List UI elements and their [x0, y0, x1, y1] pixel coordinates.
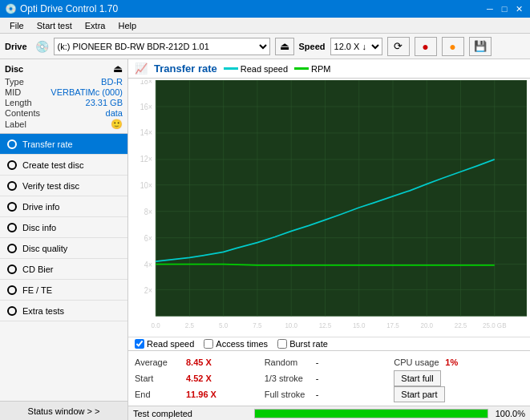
minimize-button[interactable]: ─	[483, 2, 496, 15]
stats-row-1: Average 8.45 X Random - CPU usage 1%	[135, 354, 524, 370]
nav-fe-te[interactable]: FE / TE	[0, 280, 127, 301]
stat-average: Average 8.45 X	[135, 357, 265, 367]
menubar: File Start test Extra Help	[0, 18, 530, 34]
svg-text:15.0: 15.0	[353, 321, 366, 329]
read-speed-checkbox[interactable]	[135, 339, 144, 349]
burst-rate-checkbox[interactable]	[277, 339, 287, 349]
cpu-val: 1%	[445, 357, 477, 367]
chart-header: 📈 Transfer rate Read speed RPM	[128, 59, 530, 79]
app-icon: 💿	[5, 3, 17, 14]
menu-start-test[interactable]: Start test	[30, 19, 79, 32]
menu-file[interactable]: File	[3, 19, 30, 32]
progress-bar-fill	[255, 410, 488, 418]
nav-disc-quality[interactable]: Disc quality	[0, 238, 127, 259]
titlebar: 💿 Opti Drive Control 1.70 ─ □ ✕	[0, 0, 530, 18]
refresh-button[interactable]: ⟳	[387, 37, 410, 56]
nav-verify-test-disc-label: Verify test disc	[22, 181, 79, 191]
close-button[interactable]: ✕	[512, 2, 525, 15]
label-icon: 🙂	[111, 119, 123, 130]
statusbar: Test completed 100.0%	[128, 406, 530, 420]
drive-info-icon	[6, 201, 18, 212]
svg-text:12.5: 12.5	[319, 321, 332, 329]
nav-disc-info-label: Disc info	[22, 223, 56, 232]
drive-icon: 💿	[35, 40, 49, 53]
random-val: -	[316, 357, 319, 367]
start-val: 4.52 X	[186, 374, 218, 383]
disc-quality-icon	[6, 243, 18, 254]
progress-bar-container	[254, 409, 488, 418]
titlebar-controls: ─ □ ✕	[483, 2, 525, 15]
svg-text:7.5: 7.5	[253, 321, 261, 329]
save-button[interactable]: 💾	[469, 37, 492, 56]
red-circle-button[interactable]: ●	[415, 37, 437, 56]
svg-text:10.0: 10.0	[285, 321, 297, 329]
start-full-button[interactable]: Start full	[394, 370, 440, 386]
nav-extra-tests[interactable]: Extra tests	[0, 301, 127, 321]
start-part-button[interactable]: Start part	[394, 386, 444, 402]
stats-row-2: Start 4.52 X 1/3 stroke - Start full	[135, 370, 524, 386]
stat-fullstroke: Full stroke -	[265, 390, 394, 399]
stat-random: Random -	[265, 357, 394, 367]
nav-drive-info-label: Drive info	[22, 202, 59, 212]
checkbox-burst-rate[interactable]: Burst rate	[277, 339, 328, 349]
svg-text:22.5: 22.5	[455, 321, 467, 329]
extra-tests-icon	[6, 305, 18, 317]
sidebar: Disc ⏏ Type BD-R MID VERBATIMc (000) Len…	[0, 59, 128, 420]
status-window-button[interactable]: Status window > >	[0, 401, 127, 420]
progress-percent: 100.0%	[493, 409, 525, 418]
orange-circle-button[interactable]: ●	[442, 37, 464, 56]
type-key: Type	[5, 77, 24, 87]
start-key: Start	[135, 374, 183, 383]
svg-text:6×: 6×	[144, 234, 153, 244]
type-val: BD-R	[101, 77, 123, 87]
maximize-button[interactable]: □	[498, 2, 511, 15]
svg-text:10×: 10×	[140, 181, 153, 191]
stroke13-key: 1/3 stroke	[265, 374, 313, 383]
length-key: Length	[5, 98, 32, 107]
disc-info-icon	[6, 222, 18, 233]
cpu-key: CPU usage	[394, 357, 442, 367]
nav-create-test-disc[interactable]: Create test disc	[0, 155, 127, 176]
mid-val: VERBATIMc (000)	[51, 87, 123, 97]
cd-bier-icon	[6, 264, 18, 275]
nav-verify-test-disc[interactable]: Verify test disc	[0, 176, 127, 196]
nav-create-test-disc-label: Create test disc	[22, 160, 83, 170]
drivebar: Drive 💿 (k:) PIONEER BD-RW BDR-212D 1.01…	[0, 34, 530, 59]
chart-title: Transfer rate	[154, 63, 217, 75]
stats-area: Average 8.45 X Random - CPU usage 1% Sta…	[128, 350, 530, 406]
create-test-disc-icon	[6, 160, 18, 171]
nav-transfer-rate[interactable]: Transfer rate	[0, 134, 127, 155]
svg-rect-0	[156, 80, 527, 316]
end-key: End	[135, 390, 183, 399]
menu-help[interactable]: Help	[111, 19, 143, 32]
eject-button[interactable]: ⏏	[275, 38, 294, 55]
nav-disc-quality-label: Disc quality	[22, 244, 67, 253]
chart-wrapper: 18× 16× 14× 12× 10× 8× 6× 4× 2× 0.0 2.5 …	[128, 79, 530, 337]
legend-read-speed-color	[224, 67, 238, 70]
stat-stroke13: 1/3 stroke -	[265, 374, 394, 383]
legend-rpm: RPM	[294, 64, 330, 74]
label-key: Label	[5, 119, 26, 129]
nav-disc-info[interactable]: Disc info	[0, 217, 127, 238]
fe-te-icon	[6, 285, 18, 296]
nav-cd-bier[interactable]: CD Bier	[0, 259, 127, 280]
disc-eject-icon[interactable]: ⏏	[113, 63, 123, 75]
disc-panel: Disc ⏏ Type BD-R MID VERBATIMc (000) Len…	[0, 59, 127, 134]
svg-text:17.5: 17.5	[386, 321, 399, 329]
speed-select[interactable]: 12.0 X ↓ 4.0 X 8.0 X 16.0 X	[330, 38, 382, 55]
checkbox-access-times[interactable]: Access times	[204, 339, 268, 349]
chart-controls: Read speed Access times Burst rate	[128, 337, 530, 350]
legend-read-speed: Read speed	[224, 64, 288, 74]
nav-extra-tests-label: Extra tests	[22, 306, 64, 316]
checkbox-read-speed[interactable]: Read speed	[135, 339, 194, 349]
fullstroke-key: Full stroke	[265, 390, 313, 399]
chart-svg: 18× 16× 14× 12× 10× 8× 6× 4× 2× 0.0 2.5 …	[131, 80, 527, 335]
drive-select[interactable]: (k:) PIONEER BD-RW BDR-212D 1.01	[54, 38, 270, 55]
svg-text:12×: 12×	[140, 155, 153, 164]
chart-icon: 📈	[135, 63, 148, 75]
end-val: 11.96 X	[186, 390, 218, 399]
access-times-checkbox[interactable]	[204, 339, 213, 349]
nav-drive-info[interactable]: Drive info	[0, 196, 127, 217]
transfer-rate-icon	[6, 139, 18, 150]
menu-extra[interactable]: Extra	[79, 19, 112, 32]
